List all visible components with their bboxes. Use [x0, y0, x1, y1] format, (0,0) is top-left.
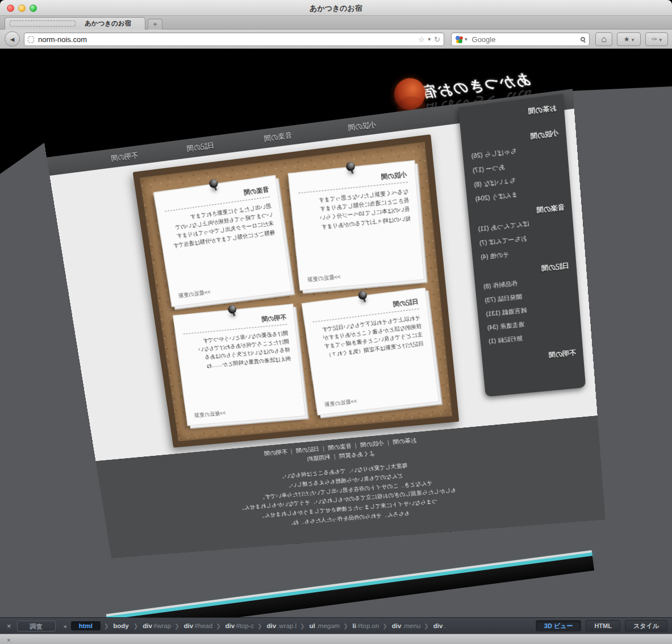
crumb-div-head[interactable]: div#head❯	[183, 621, 224, 630]
search-icon[interactable]	[581, 37, 585, 41]
layer-stack-edges	[106, 550, 595, 617]
style-panel-close-icon[interactable]: ×	[7, 635, 10, 644]
note-card-ongaku[interactable]: 音楽の間 思い出したように更新されてます いつまで経っても技術が向上しないので …	[153, 175, 292, 307]
pushpin-icon	[228, 305, 237, 314]
favicon-placeholder-icon	[10, 20, 76, 27]
titlebar[interactable]: あかつきのお宿	[0, 0, 672, 16]
bookmark-star-icon[interactable]: ☆	[418, 35, 425, 44]
footer-link-shousetsu[interactable]: 小説の間	[360, 439, 385, 448]
bookmarks-button[interactable]: ★ ▾	[617, 32, 641, 46]
layer-edge	[106, 550, 592, 616]
back-button[interactable]: ◂	[5, 31, 20, 47]
addons-dropdown-icon: ▾	[659, 37, 662, 43]
search-bar[interactable]: ▾	[451, 32, 590, 46]
url-bar[interactable]: norm-nois.com ☆ ▾ ↻	[24, 32, 444, 46]
devtools-toolbar: × 調査 ◂ html❯ body❯ div#wrap❯ div#head❯ d…	[0, 617, 672, 634]
crumb-div-wrap-l[interactable]: div.wrap.l❯	[266, 621, 308, 630]
mega-menu-dropdown: お茶の間 小説の間 ちゃばしら (26) あつー (17) ちょいばな (8) …	[458, 94, 586, 397]
inspect-button[interactable]: 調査	[17, 621, 56, 631]
cork-board: 小説の間 なるべく更新したいなと思ってます 長さごとに適当に分類してあります 長…	[133, 134, 460, 447]
footer-link-ocha[interactable]: お茶の間	[393, 437, 417, 445]
note-card-shousetsu[interactable]: 小説の間 なるべく更新したいなと思ってます 長さごとに適当に分類してあります 長…	[288, 160, 425, 291]
site-nav-shousetsu[interactable]: 小説の間	[348, 119, 377, 133]
bookmark-icon: ★	[624, 35, 630, 43]
footer-link-ongaku[interactable]: 音楽の間	[328, 442, 352, 451]
crumb-div-mm-c[interactable]: div.mm-c❯	[432, 621, 446, 630]
devtools-close-icon[interactable]: ×	[7, 622, 11, 630]
crumb-ul-megam[interactable]: ul.megam❯	[308, 621, 351, 630]
crumb-div-top-c[interactable]: div#top-c❯	[224, 621, 266, 630]
navigation-toolbar: ◂ norm-nois.com ☆ ▾ ↻ ▾ ⌂ ★ ▾ ✑ ▾	[0, 30, 672, 49]
footer-link-fumei[interactable]: 不明の間	[264, 448, 287, 456]
selected-node-highlight	[106, 552, 592, 617]
new-tab-button[interactable]: +	[148, 19, 162, 30]
pushpin-icon	[346, 161, 356, 171]
footer-link-terms[interactable]: 利用規約	[307, 454, 331, 462]
url-dropdown-icon[interactable]: ▾	[428, 36, 431, 42]
recent-updates-link[interactable]: >>最近の更新	[194, 404, 297, 419]
view-3d-button[interactable]: 3D ビュー	[536, 620, 582, 631]
recent-updates-link[interactable]: >>最近の更新	[178, 280, 283, 300]
footer-link-nikki[interactable]: 日記の間	[295, 445, 319, 454]
style-panel-strip: ×	[0, 634, 672, 644]
menu-section-ocha[interactable]: お茶の間	[465, 103, 557, 124]
addon-icon: ✑	[652, 35, 657, 43]
tab-bar: あかつきのお宿 +	[0, 16, 672, 30]
crumb-div-wrap[interactable]: div#wrap❯	[141, 621, 182, 630]
home-button[interactable]: ⌂	[595, 32, 612, 46]
search-input[interactable]	[471, 35, 581, 44]
pushpin-icon	[208, 178, 218, 188]
note-card-nikki[interactable]: 日記の間 それ以上でもそれ以下でもない日記です 技術的な話とかも書くことがありま…	[302, 288, 440, 416]
site-nav-nikki[interactable]: 日記の間	[186, 140, 215, 154]
note-card-fumei[interactable]: 不明の間 開ける必要のない扉というやつです 開けたところで何があるわけでもない …	[173, 304, 306, 426]
crumb-li-top[interactable]: li#top.on❯	[352, 621, 391, 630]
addons-button[interactable]: ✑ ▾	[645, 32, 668, 46]
crumb-body[interactable]: body❯	[112, 621, 141, 630]
window-title: あかつきのお宿	[0, 3, 672, 14]
site-identity-icon	[28, 36, 34, 43]
google-logo-icon[interactable]	[456, 36, 463, 43]
search-engine-dropdown-icon[interactable]: ▾	[465, 36, 468, 42]
tilt-3d-viewport[interactable]: あかつきのお宿 あかつきのお宿 お茶の間 小説の間 音楽の間 日記の間 不明の間	[0, 49, 672, 617]
tab-label: あかつきのお宿	[76, 19, 140, 28]
bookmarks-dropdown-icon: ▾	[632, 37, 635, 43]
menu-section-fumei[interactable]: 不明の間	[488, 348, 577, 365]
browser-window: あかつきのお宿 あかつきのお宿 + ◂ norm-nois.com ☆ ▾ ↻ …	[0, 0, 672, 644]
pushpin-icon	[358, 290, 368, 300]
crumb-div-menu[interactable]: div.menu❯	[391, 621, 432, 630]
site-nav-ongaku[interactable]: 音楽の間	[264, 130, 293, 144]
breadcrumb: html❯ body❯ div#wrap❯ div#head❯ div#top-…	[71, 621, 446, 630]
site-nav-fumei[interactable]: 不明の間	[110, 151, 139, 164]
webpage-3d-plane[interactable]: あかつきのお宿 あかつきのお宿 お茶の間 小説の間 音楽の間 日記の間 不明の間	[41, 54, 606, 558]
recent-updates-link[interactable]: >>最近の更新	[324, 389, 430, 409]
tab-akatsuki[interactable]: あかつきのお宿	[5, 17, 145, 30]
footer-link-faq[interactable]: よくある質問	[339, 450, 375, 459]
reload-icon[interactable]: ↻	[434, 35, 440, 44]
recent-updates-link[interactable]: >>最近の更新	[307, 267, 415, 284]
breadcrumb-scroll-left-icon[interactable]: ◂	[64, 623, 66, 629]
url-text[interactable]: norm-nois.com	[38, 35, 415, 44]
html-panel-button[interactable]: HTML	[586, 620, 620, 631]
crumb-html[interactable]: html❯	[71, 621, 112, 630]
style-panel-button[interactable]: スタイル	[625, 620, 667, 631]
